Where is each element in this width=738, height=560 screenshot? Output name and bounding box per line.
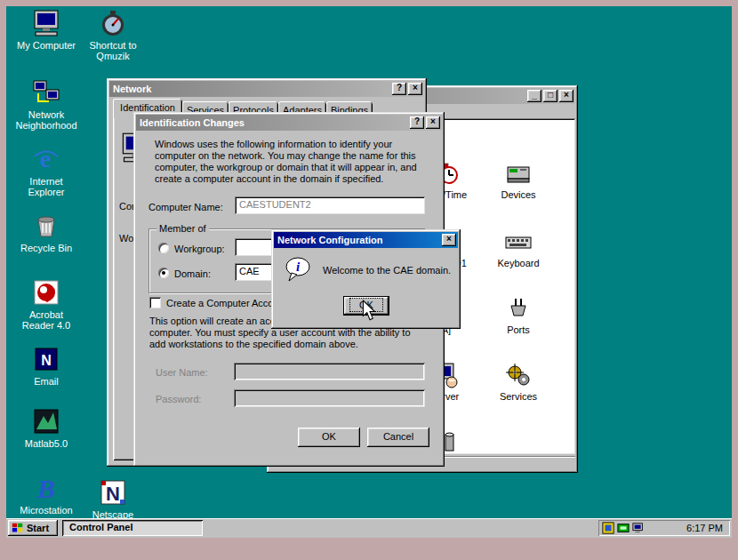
- desktop-icon-label: Microstation: [15, 505, 77, 516]
- close-button[interactable]: ×: [408, 83, 422, 95]
- tray-icon-1[interactable]: [602, 522, 614, 534]
- start-button[interactable]: Start: [8, 520, 58, 536]
- tray-icon-2[interactable]: [617, 522, 630, 534]
- task-button-control-panel[interactable]: Control Panel: [62, 520, 203, 536]
- cp-icon-keyboard[interactable]: Keyboard: [490, 228, 547, 268]
- create-account-checkbox[interactable]: [149, 297, 161, 308]
- window-title: Network: [111, 84, 390, 94]
- taskbar-clock: 6:17 PM: [686, 523, 723, 533]
- desktop-icon-label: My Computer: [15, 40, 77, 51]
- netscape-icon: N: [99, 478, 127, 507]
- desktop-icon-recycle-bin[interactable]: Recycle Bin: [15, 212, 77, 253]
- devices-icon: [504, 159, 533, 188]
- close-button[interactable]: ×: [559, 90, 574, 102]
- help-button[interactable]: ?: [410, 116, 424, 129]
- member-of-label: Member of: [156, 223, 209, 234]
- domain-radio-label: Domain:: [174, 268, 211, 279]
- desktop-icon-matlab[interactable]: Matlab5.0: [15, 407, 77, 449]
- user-name-label: User Name:: [156, 367, 208, 378]
- acrobat-reader-icon: [32, 278, 60, 307]
- qmuzik-icon: [99, 9, 127, 37]
- password-field: [234, 389, 425, 407]
- email-icon: N: [32, 345, 60, 373]
- internet-explorer-icon: e: [32, 145, 60, 173]
- window-title: Identification Changes: [138, 117, 408, 128]
- help-button[interactable]: ?: [392, 83, 406, 95]
- desktop-icon-label: Matlab5.0: [15, 438, 77, 449]
- screen-bezel: My Computer Shortcut to Qmuzik Network N…: [0, 0, 738, 560]
- recycle-bin-icon: [32, 212, 60, 240]
- start-label: Start: [27, 523, 49, 533]
- maximize-button[interactable]: □: [543, 90, 558, 102]
- info-icon: i: [284, 256, 312, 284]
- cp-icon-devices[interactable]: Devices: [490, 159, 547, 200]
- my-computer-icon: [32, 9, 60, 37]
- mouse-cursor: [362, 300, 378, 324]
- desktop-icon-qmuzik[interactable]: Shortcut to Qmuzik: [82, 9, 144, 61]
- window-title: Network Configuration: [276, 235, 440, 245]
- desktop-icon-network-neighborhood[interactable]: Network Neighborhood: [15, 78, 77, 131]
- workgroup-radio[interactable]: [158, 243, 169, 253]
- network-dialog-titlebar[interactable]: Network ? ×: [109, 81, 424, 97]
- svg-text:e: e: [40, 145, 51, 172]
- cancel-button[interactable]: Cancel: [367, 428, 429, 447]
- ports-icon: [504, 294, 533, 323]
- tray-icon-3[interactable]: [632, 522, 645, 534]
- desktop-icon-internet-explorer[interactable]: e Internet Explorer: [15, 145, 77, 197]
- network-neighborhood-icon: [32, 78, 60, 107]
- domain-radio[interactable]: [158, 268, 169, 278]
- desktop-icon-label: Acrobat Reader 4.0: [15, 309, 77, 331]
- msgbox-message: Welcome to the CAE domain.: [323, 265, 451, 276]
- desktop-icon-email[interactable]: N Email: [15, 345, 77, 387]
- cp-icon-label: Ports: [490, 324, 547, 335]
- desktop-icon-label: Email: [15, 376, 77, 387]
- cp-icon-ports[interactable]: Ports: [490, 294, 547, 335]
- password-label: Password:: [156, 394, 201, 404]
- system-tray: 6:17 PM: [598, 520, 730, 536]
- ok-button[interactable]: OK: [298, 428, 360, 447]
- msgbox-titlebar[interactable]: Network Configuration ×: [274, 232, 458, 248]
- desktop-icon-label: Internet Explorer: [15, 176, 77, 197]
- microstation-icon: B: [32, 474, 60, 502]
- cp-icon-label: Devices: [490, 189, 547, 200]
- computer-name-field[interactable]: CAESTUDENT2: [235, 196, 425, 214]
- minimize-button[interactable]: _: [527, 90, 541, 102]
- intro-text: Windows uses the following information t…: [155, 139, 427, 185]
- windows-logo-icon: [12, 522, 24, 534]
- svg-text:N: N: [41, 353, 52, 368]
- taskbar: Start Control Panel 6:17 PM: [6, 518, 732, 538]
- desktop-icon-netscape[interactable]: N Netscape: [82, 478, 144, 520]
- cp-icon-label: Keyboard: [490, 258, 547, 268]
- desktop-icon-label: Recycle Bin: [15, 243, 77, 253]
- desktop-icon-label: Shortcut to Qmuzik: [82, 40, 144, 61]
- services-icon: [504, 361, 533, 389]
- cp-icon-label: Services: [490, 391, 547, 402]
- desktop-icon-acrobat-reader[interactable]: Acrobat Reader 4.0: [15, 278, 77, 331]
- svg-text:B: B: [36, 474, 55, 502]
- close-button[interactable]: ×: [442, 234, 456, 246]
- keyboard-icon: [504, 228, 533, 256]
- desktop-icon-microstation[interactable]: B Microstation: [15, 474, 77, 516]
- desktop-icon-label: Network Neighborhood: [15, 109, 77, 131]
- user-name-field: [234, 363, 425, 380]
- desktop-icon-my-computer[interactable]: My Computer: [15, 9, 77, 51]
- identification-changes-titlebar[interactable]: Identification Changes ? ×: [136, 115, 442, 131]
- cp-icon-services[interactable]: Services: [490, 361, 547, 402]
- close-button[interactable]: ×: [426, 116, 440, 129]
- svg-text:N: N: [106, 483, 120, 505]
- matlab-icon: [32, 407, 60, 436]
- workgroup-radio-label: Workgroup:: [174, 244, 225, 254]
- desktop: My Computer Shortcut to Qmuzik Network N…: [6, 6, 732, 538]
- computer-name-label: Computer Name:: [148, 202, 223, 212]
